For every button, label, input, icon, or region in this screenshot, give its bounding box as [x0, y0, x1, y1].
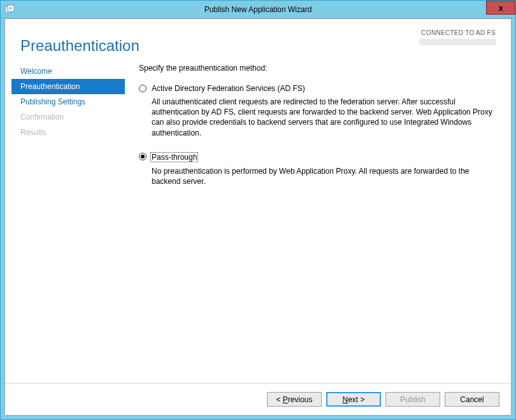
step-welcome[interactable]: Welcome: [11, 64, 125, 79]
step-preauthentication[interactable]: Preauthentication: [11, 79, 125, 94]
page-title: Preauthentication: [20, 37, 140, 55]
step-publishing-settings[interactable]: Publishing Settings: [11, 94, 125, 109]
option-adfs-label: Active Directory Federation Services (AD…: [152, 84, 305, 93]
option-adfs-description: All unauthenticated client requests are …: [152, 97, 499, 138]
option-passthrough[interactable]: Pass-through: [139, 152, 499, 162]
connection-status: CONNECTED TO AD FS: [419, 29, 496, 45]
close-button[interactable]: x: [486, 1, 515, 15]
radio-off-icon: [139, 85, 147, 92]
close-icon: x: [498, 3, 503, 13]
step-confirmation: Confirmation: [11, 109, 125, 125]
radio-adfs[interactable]: [139, 84, 152, 92]
body: Welcome Preauthentication Publishing Set…: [5, 61, 511, 383]
instruction-text: Specify the preauthentication method:: [139, 64, 499, 73]
titlebar: Publish New Application Wizard x: [1, 1, 515, 18]
radio-dot-icon: [141, 155, 145, 158]
connection-label: CONNECTED TO AD FS: [419, 29, 496, 36]
footer: < Previous Next > Publish Cancel: [5, 383, 511, 415]
publish-button: Publish: [385, 392, 440, 407]
window-title: Publish New Application Wizard: [1, 5, 515, 14]
previous-button[interactable]: < Previous: [267, 392, 322, 407]
svg-rect-1: [8, 5, 14, 11]
option-passthrough-description: No preauthentication is performed by Web…: [152, 166, 499, 186]
header-area: Preauthentication CONNECTED TO AD FS: [5, 19, 511, 61]
radio-passthrough[interactable]: [139, 152, 152, 160]
option-adfs[interactable]: Active Directory Federation Services (AD…: [139, 84, 499, 93]
window-chrome-pad: Preauthentication CONNECTED TO AD FS Wel…: [1, 18, 515, 419]
app-icon: [4, 4, 15, 15]
option-passthrough-label: Pass-through: [150, 152, 198, 162]
cancel-button[interactable]: Cancel: [445, 392, 499, 407]
steps-sidebar: Welcome Preauthentication Publishing Set…: [11, 61, 125, 383]
radio-on-icon: [139, 153, 147, 160]
main-panel: Specify the preauthentication method: Ac…: [125, 61, 505, 383]
step-results: Results: [11, 125, 125, 140]
content-frame: Preauthentication CONNECTED TO AD FS Wel…: [4, 18, 512, 416]
wizard-window: Publish New Application Wizard x Preauth…: [0, 0, 516, 420]
next-button[interactable]: Next >: [326, 392, 381, 407]
connection-indicator: [419, 39, 496, 45]
